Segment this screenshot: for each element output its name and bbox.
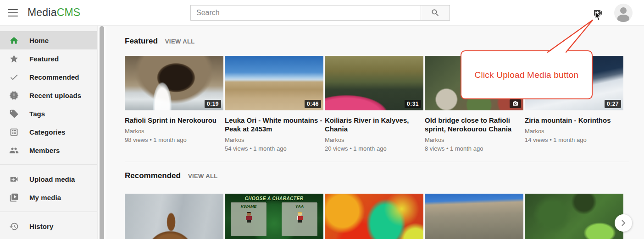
search-bar bbox=[190, 5, 450, 21]
media-title[interactable]: Rafioli Sprint in Nerokourou bbox=[125, 116, 223, 125]
photo-badge bbox=[510, 99, 521, 108]
chevron-right-icon bbox=[620, 219, 627, 227]
sidebar-item-members[interactable]: Members bbox=[0, 141, 97, 159]
media-card: CHOOSE A CHARACTER KWAME Selected YAA Se… bbox=[225, 194, 323, 239]
recommended-cards-row: CHOOSE A CHARACTER KWAME Selected YAA Se… bbox=[125, 194, 644, 239]
tag-icon bbox=[9, 109, 19, 119]
my-media-icon bbox=[9, 193, 19, 202]
media-card: 0:31 Koiliaris River in Kalyves, Chania … bbox=[325, 56, 423, 152]
section-divider bbox=[125, 162, 629, 162]
upload-media-button[interactable] bbox=[592, 7, 604, 18]
media-meta: 20 views • 1 month ago bbox=[325, 145, 423, 152]
game-character-panel: YAA Select bbox=[282, 202, 317, 236]
person-icon bbox=[614, 4, 633, 22]
character-sprite bbox=[245, 212, 252, 223]
tooltip-text: Click Upload Media button bbox=[475, 70, 579, 80]
media-title[interactable]: Old bridge close to Rafioli sprint, Nero… bbox=[425, 116, 523, 133]
menu-button[interactable] bbox=[7, 8, 18, 17]
logo[interactable]: MediaCMS bbox=[28, 6, 80, 19]
sidebar-item-label: Categories bbox=[29, 128, 66, 136]
logo-text-cms: CMS bbox=[57, 6, 81, 18]
recommended-view-all-link[interactable]: VIEW ALL bbox=[188, 173, 218, 179]
sidebar-divider bbox=[0, 212, 97, 212]
media-card: 0:19 Rafioli Sprint in Nerokourou Markos… bbox=[125, 56, 223, 152]
thumbnail-text: CHOOSE A CHARACTER bbox=[225, 196, 323, 201]
media-meta: 14 views • 1 month ago bbox=[525, 136, 623, 143]
categories-icon bbox=[9, 127, 19, 137]
media-title[interactable]: Leuka Ori - White mountains - Peak at 24… bbox=[225, 116, 323, 133]
history-icon bbox=[9, 222, 19, 231]
logo-text-media: Media bbox=[28, 6, 57, 18]
sidebar-item-label: Recent uploads bbox=[29, 92, 81, 99]
carousel-next-button[interactable] bbox=[615, 214, 632, 232]
sidebar-item-label: Home bbox=[29, 37, 49, 44]
home-icon bbox=[9, 36, 19, 45]
search-input[interactable] bbox=[190, 5, 421, 21]
media-author[interactable]: Markos bbox=[125, 128, 223, 135]
media-author[interactable]: Markos bbox=[225, 136, 323, 143]
camera-icon bbox=[512, 101, 518, 107]
sidebar-item-home[interactable]: Home bbox=[0, 31, 97, 49]
media-author[interactable]: Markos bbox=[425, 136, 523, 143]
media-card bbox=[525, 194, 623, 239]
video-thumbnail[interactable]: CHOOSE A CHARACTER KWAME Selected YAA Se… bbox=[225, 194, 323, 239]
sidebar-scrollbar-thumb[interactable] bbox=[100, 26, 104, 239]
sidebar-item-label: My media bbox=[29, 194, 61, 201]
video-thumbnail[interactable] bbox=[325, 194, 423, 239]
sidebar-item-label: Featured bbox=[29, 55, 59, 63]
sidebar-divider bbox=[0, 164, 97, 165]
video-thumbnail[interactable] bbox=[425, 194, 523, 239]
character-sprite bbox=[296, 212, 303, 223]
media-title[interactable]: Koiliaris River in Kalyves, Chania bbox=[325, 116, 423, 133]
media-author[interactable]: Markos bbox=[325, 136, 423, 143]
user-avatar[interactable] bbox=[614, 4, 633, 22]
duration-badge: 0:31 bbox=[405, 100, 421, 108]
upload-media-icon bbox=[9, 174, 19, 184]
sidebar-item-categories[interactable]: Categories bbox=[0, 123, 97, 141]
mediacms-app: MediaCMS Home Featured Reco bbox=[0, 0, 644, 239]
sidebar-item-label: Upload media bbox=[29, 175, 75, 183]
sidebar-item-tags[interactable]: Tags bbox=[0, 104, 97, 123]
media-meta: 8 views • 1 month ago bbox=[425, 145, 523, 152]
media-card bbox=[325, 194, 423, 239]
game-character-panel: KWAME Selected bbox=[231, 202, 266, 236]
check-icon bbox=[9, 72, 19, 82]
sidebar-scrollbar-track[interactable] bbox=[97, 26, 106, 239]
upload-tooltip: Click Upload Media button bbox=[461, 50, 593, 99]
search-button[interactable] bbox=[421, 5, 450, 21]
media-card bbox=[125, 194, 223, 239]
upload-media-icon bbox=[593, 7, 604, 18]
sidebar-item-label: Members bbox=[29, 147, 60, 154]
sidebar: Home Featured Recommended Recent uploads… bbox=[0, 26, 97, 239]
featured-view-all-link[interactable]: VIEW ALL bbox=[165, 38, 195, 45]
section-title-featured: Featured bbox=[125, 37, 158, 46]
section-title-recommended: Recommended bbox=[125, 171, 181, 180]
sidebar-item-recent-uploads[interactable]: Recent uploads bbox=[0, 86, 97, 104]
duration-badge: 0:46 bbox=[305, 100, 321, 108]
sidebar-item-my-media[interactable]: My media bbox=[0, 188, 97, 206]
sidebar-item-featured[interactable]: Featured bbox=[0, 49, 97, 68]
video-thumbnail[interactable]: 0:31 bbox=[325, 56, 423, 110]
top-bar: MediaCMS bbox=[0, 0, 644, 26]
video-thumbnail[interactable] bbox=[525, 194, 623, 239]
video-thumbnail[interactable] bbox=[125, 194, 223, 239]
character-name: KWAME bbox=[231, 204, 266, 209]
sidebar-item-recommended[interactable]: Recommended bbox=[0, 68, 97, 86]
sidebar-item-label: Recommended bbox=[29, 73, 79, 81]
sidebar-item-label: History bbox=[29, 223, 53, 230]
video-thumbnail[interactable]: 0:46 bbox=[225, 56, 323, 110]
sidebar-item-history[interactable]: History bbox=[0, 217, 97, 235]
media-author[interactable]: Markos bbox=[525, 128, 623, 135]
duration-badge: 0:27 bbox=[605, 100, 621, 108]
sidebar-item-label: Tags bbox=[29, 110, 45, 118]
new-releases-icon bbox=[9, 91, 19, 100]
sidebar-item-upload-media[interactable]: Upload media bbox=[0, 170, 97, 188]
search-icon bbox=[431, 8, 440, 17]
video-thumbnail[interactable]: 0:19 bbox=[125, 56, 223, 110]
media-card: 0:46 Leuka Ori - White mountains - Peak … bbox=[225, 56, 323, 152]
duration-badge: 0:19 bbox=[205, 100, 221, 108]
media-title[interactable]: Ziria mountain - Korinthos bbox=[525, 116, 623, 125]
character-name: YAA bbox=[282, 204, 317, 209]
star-icon bbox=[9, 54, 19, 64]
media-meta: 98 views • 1 month ago bbox=[125, 136, 223, 143]
